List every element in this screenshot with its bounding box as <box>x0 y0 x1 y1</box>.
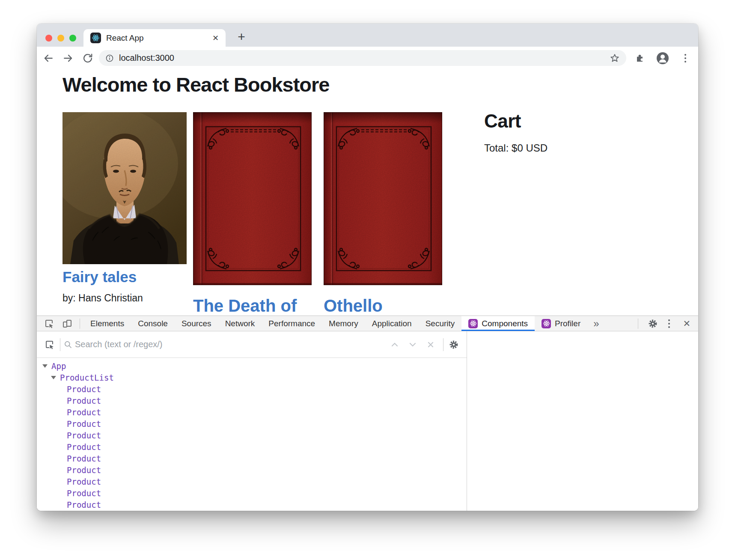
devtools-panel: Elements Console Sources Network Perform… <box>37 316 698 511</box>
tree-item-label: Product <box>67 419 101 429</box>
product-author: by: Hans Christian <box>62 292 187 304</box>
tab-profiler[interactable]: Profiler <box>535 316 587 331</box>
components-tree-panel: App ProductList ProductProductProductPro… <box>37 331 467 511</box>
tab-network[interactable]: Network <box>218 316 262 331</box>
settings-gear-icon[interactable] <box>648 319 658 329</box>
component-tree: App ProductList ProductProductProductPro… <box>37 358 467 511</box>
inspect-component-icon[interactable] <box>45 340 55 350</box>
tree-item-label: Product <box>67 384 101 394</box>
search-prev-icon[interactable] <box>390 340 399 349</box>
tree-item-label: Product <box>67 431 101 440</box>
traffic-light-close[interactable] <box>45 35 52 42</box>
tree-item-product[interactable]: Product <box>37 383 467 395</box>
tree-item-product[interactable]: Product <box>37 441 467 453</box>
tree-item-product[interactable]: Product <box>37 406 467 418</box>
url-text[interactable]: localhost:3000 <box>119 53 174 63</box>
component-details-pane <box>467 331 698 511</box>
tab-components-label: Components <box>482 319 528 328</box>
browser-window: React App ✕ + localhost:3000 Welcome to … <box>37 24 698 511</box>
collapse-caret-icon[interactable] <box>51 376 56 379</box>
address-bar[interactable]: localhost:3000 <box>99 50 626 66</box>
devtools-actions: ✕ <box>634 316 695 331</box>
tree-item-product[interactable]: Product <box>37 453 467 464</box>
tree-item-product[interactable]: Product <box>37 429 467 441</box>
browser-tab[interactable]: React App ✕ <box>83 29 226 47</box>
components-search-input[interactable] <box>74 339 386 350</box>
tab-sources[interactable]: Sources <box>175 316 218 331</box>
tree-item-app[interactable]: App <box>37 360 467 372</box>
react-devtools-icon <box>468 319 478 328</box>
puzzle-icon[interactable] <box>635 53 645 63</box>
product-image-red-book[interactable] <box>193 112 312 285</box>
traffic-light-minimize[interactable] <box>57 35 64 42</box>
tree-item-product[interactable]: Product <box>37 499 467 510</box>
product-image-portrait[interactable] <box>62 112 187 264</box>
product-image-red-book[interactable] <box>324 112 442 285</box>
tab-strip: React App ✕ + <box>37 24 698 47</box>
new-tab-button[interactable]: + <box>233 28 250 45</box>
traffic-light-zoom[interactable] <box>69 35 76 42</box>
tree-item-product[interactable]: Product <box>37 464 467 476</box>
tree-item-label: Product <box>67 408 101 417</box>
avatar-icon[interactable] <box>656 52 669 65</box>
search-icon <box>64 340 72 349</box>
devtools-menu-icon[interactable] <box>664 319 674 328</box>
components-search-row <box>37 331 467 358</box>
more-tabs-icon[interactable]: » <box>587 316 605 331</box>
product-title-link[interactable]: Fairy tales <box>62 268 187 286</box>
tree-item-label: Product <box>67 477 101 486</box>
product-card-fairy-tales: Fairy tales by: Hans Christian <box>62 112 187 304</box>
tab-components[interactable]: Components <box>461 316 535 331</box>
components-settings-gear-icon[interactable] <box>449 340 459 350</box>
search-divider <box>60 338 60 351</box>
tree-item-productlist[interactable]: ProductList <box>37 372 467 383</box>
tree-item-label: Product <box>67 500 101 509</box>
devtools-toolbar: Elements Console Sources Network Perform… <box>37 316 698 331</box>
tree-item-product[interactable]: Product <box>37 476 467 487</box>
tab-close-icon[interactable]: ✕ <box>212 34 219 42</box>
browser-actions <box>635 47 690 69</box>
search-divider <box>443 338 443 351</box>
back-arrow-icon[interactable] <box>43 53 54 64</box>
traffic-lights <box>45 35 76 42</box>
tree-item-product[interactable]: Product <box>37 487 467 499</box>
url-bar: localhost:3000 <box>37 47 698 69</box>
search-next-icon[interactable] <box>408 340 417 349</box>
search-clear-icon[interactable] <box>426 340 435 349</box>
tree-item-label: Product <box>67 465 101 475</box>
collapse-caret-icon[interactable] <box>42 364 48 368</box>
tab-performance[interactable]: Performance <box>262 316 322 331</box>
page-viewport: Welcome to React Bookstore Fairy tales b… <box>37 69 698 316</box>
star-icon[interactable] <box>610 53 620 63</box>
reload-icon[interactable] <box>82 53 93 64</box>
react-favicon-icon <box>90 33 101 43</box>
cart-total: Total: $0 USD <box>484 142 548 154</box>
browser-menu-icon[interactable] <box>680 54 690 63</box>
tab-elements[interactable]: Elements <box>83 316 131 331</box>
toolbar-divider <box>80 319 80 329</box>
page-title: Welcome to React Bookstore <box>62 73 329 96</box>
forward-arrow-icon[interactable] <box>62 53 74 64</box>
site-info-icon[interactable] <box>105 54 114 63</box>
tree-item-product[interactable]: Product <box>37 418 467 429</box>
tab-profiler-label: Profiler <box>555 319 580 328</box>
tree-item-label: Product <box>67 442 101 452</box>
tab-title: React App <box>106 33 207 43</box>
tree-item-label: App <box>51 361 66 371</box>
tab-security[interactable]: Security <box>419 316 462 331</box>
react-devtools-icon <box>542 319 551 328</box>
product-title-link[interactable]: Othello <box>324 296 442 316</box>
inspect-element-icon[interactable] <box>44 319 54 329</box>
devtools-close-icon[interactable]: ✕ <box>678 319 695 329</box>
tab-console[interactable]: Console <box>131 316 175 331</box>
toolbar-divider <box>638 319 638 329</box>
device-toolbar-icon[interactable] <box>62 319 72 329</box>
tree-item-product[interactable]: Product <box>37 395 467 406</box>
tab-memory[interactable]: Memory <box>322 316 365 331</box>
tab-application[interactable]: Application <box>365 316 419 331</box>
tree-item-label: Product <box>67 396 101 405</box>
product-card-death-of: The Death of <box>193 112 312 316</box>
product-title-link[interactable]: The Death of <box>193 296 312 316</box>
tree-item-label: Product <box>67 489 101 498</box>
product-list: Fairy tales by: Hans Christian The Death… <box>62 112 442 316</box>
